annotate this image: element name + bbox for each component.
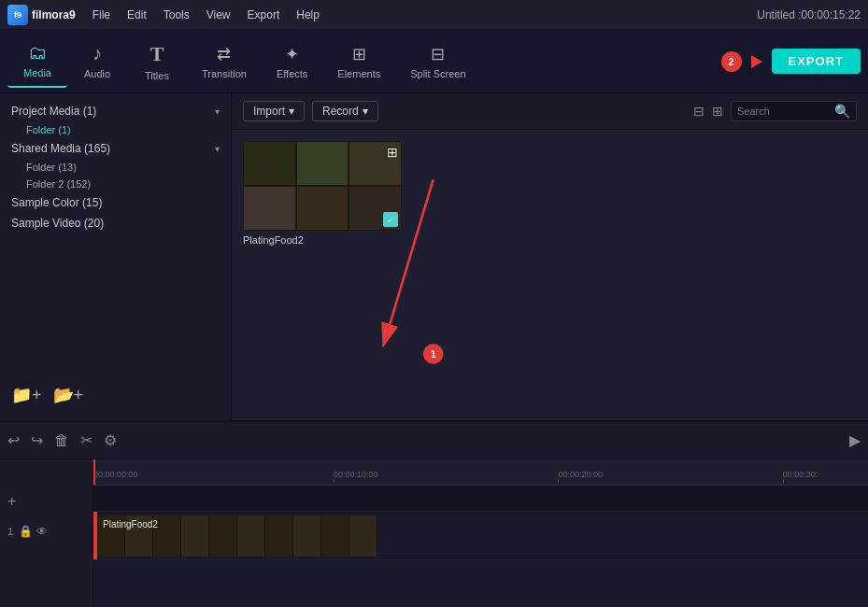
- project-media-label: Project Media (1): [11, 105, 96, 118]
- redo-button[interactable]: ↪: [31, 431, 43, 449]
- timeline-add-track: +: [0, 489, 23, 514]
- menu-edit[interactable]: Edit: [120, 5, 154, 25]
- filter-icon[interactable]: ⊟: [693, 104, 704, 119]
- export-arrow: [751, 55, 762, 68]
- audio-icon: ♪: [92, 43, 102, 64]
- media-icon: 🗂: [28, 42, 47, 64]
- logo-icon: f9: [7, 5, 28, 25]
- transition-icon: ⇄: [217, 44, 231, 64]
- media-item-platingfood2[interactable]: ⊞ ✓ PlatingFood2: [243, 141, 402, 246]
- cut-button[interactable]: ✂: [80, 431, 92, 449]
- chevron-down-icon: ▾: [215, 106, 220, 117]
- thumb-cell-2: [296, 141, 349, 186]
- tick-0: 00:00:00:00: [93, 470, 138, 479]
- playhead[interactable]: [93, 459, 95, 485]
- badge-2: 2: [721, 51, 742, 72]
- menu-tools[interactable]: Tools: [156, 5, 197, 25]
- tab-media-label: Media: [23, 67, 51, 78]
- search-input[interactable]: [737, 106, 831, 117]
- tab-effects[interactable]: ✦ Effects: [262, 35, 322, 88]
- media-thumbnail: ⊞ ✓: [243, 141, 402, 231]
- frame-4: [181, 515, 209, 557]
- sidebar-folder-13[interactable]: Folder (13): [0, 159, 231, 176]
- shared-media-label: Shared Media (165): [11, 142, 110, 155]
- frame-8: [293, 515, 321, 557]
- video-track-row: PlatingFood2: [93, 512, 868, 560]
- play-button[interactable]: ▶: [849, 431, 861, 449]
- timeline-toolbar: ↩ ↪ 🗑 ✂ ⚙ ▶: [0, 422, 868, 459]
- grid-overlay-icon: ⊞: [387, 145, 398, 160]
- timeline-ruler: 00:00:00:00 00:00:10:00 00:00:20:00 00:0…: [93, 459, 868, 486]
- sidebar-shared-media[interactable]: Shared Media (165) ▾: [0, 138, 231, 159]
- folder-2-label: Folder 2 (152): [26, 178, 91, 190]
- title-timecode: Untitled :00:00:15:22: [757, 8, 861, 21]
- menu-export[interactable]: Export: [240, 5, 288, 25]
- split-screen-icon: ⊟: [431, 44, 445, 64]
- tab-titles[interactable]: T Titles: [127, 35, 187, 88]
- track-1-controls: 1 🔒 👁: [0, 521, 92, 542]
- add-track-icon[interactable]: +: [7, 493, 16, 510]
- tl-tracks: PlatingFood2: [93, 486, 868, 607]
- frame-7: [265, 515, 293, 557]
- menu-bar: f9 filmora9 File Edit Tools View Export …: [0, 0, 868, 30]
- delete-button[interactable]: 🗑: [54, 432, 69, 449]
- tab-audio[interactable]: ♪ Audio: [67, 35, 127, 88]
- timeline-right: 00:00:00:00 00:00:10:00 00:00:20:00 00:0…: [93, 459, 868, 607]
- thumbnail-grid: [243, 141, 402, 231]
- sidebar-sample-video[interactable]: Sample Video (20): [0, 213, 231, 233]
- elements-icon: ⊞: [352, 44, 366, 64]
- new-folder-button[interactable]: 📁+: [11, 385, 42, 405]
- nav-tabs: 🗂 Media ♪ Audio T Titles ⇄ Transition ✦ …: [0, 30, 868, 93]
- tab-split-label: Split Screen: [410, 68, 465, 79]
- chevron-down-icon-2: ▾: [215, 144, 220, 154]
- timeline-area: ↩ ↪ 🗑 ✂ ⚙ ▶ + 1 🔒 👁 00:00:00:00 00:00:10…: [0, 420, 868, 607]
- record-chevron: ▾: [363, 105, 368, 118]
- tab-elements-label: Elements: [337, 68, 380, 79]
- search-icon[interactable]: 🔍: [834, 104, 850, 119]
- media-filename: PlatingFood2: [243, 234, 304, 246]
- tab-transition[interactable]: ⇄ Transition: [187, 35, 262, 88]
- eye-icon[interactable]: 👁: [36, 525, 48, 538]
- export-button[interactable]: EXPORT: [772, 49, 861, 74]
- lock-icon[interactable]: 🔒: [19, 525, 33, 538]
- export-area: 2 EXPORT: [721, 49, 861, 74]
- titles-icon: T: [150, 42, 164, 66]
- video-clip[interactable]: PlatingFood2: [97, 515, 377, 557]
- tab-transition-label: Transition: [202, 68, 247, 79]
- ruler-ticks: 00:00:00:00 00:00:10:00 00:00:20:00 00:0…: [93, 459, 868, 483]
- sidebar-folder-1[interactable]: Folder (1): [0, 121, 231, 138]
- check-badge: ✓: [383, 212, 398, 227]
- sidebar-folder-2[interactable]: Folder 2 (152): [0, 176, 231, 192]
- svg-point-2: [423, 344, 443, 363]
- sample-video-label: Sample Video (20): [11, 217, 104, 230]
- search-box: 🔍: [731, 101, 857, 121]
- main-area: Project Media (1) ▾ Folder (1) Shared Me…: [0, 93, 868, 420]
- record-button[interactable]: Record ▾: [312, 101, 378, 121]
- tab-media[interactable]: 🗂 Media: [7, 35, 67, 88]
- menu-file[interactable]: File: [85, 5, 118, 25]
- media-panel: Import ▾ Record ▾ ⊟ ⊞ 🔍: [232, 93, 868, 420]
- menu-help[interactable]: Help: [289, 5, 327, 25]
- folder-1-label: Folder (1): [26, 124, 71, 135]
- sidebar-sample-color[interactable]: Sample Color (15): [0, 192, 231, 213]
- sidebar-project-media[interactable]: Project Media (1) ▾: [0, 101, 231, 121]
- timeline-left-controls: + 1 🔒 👁: [0, 459, 93, 607]
- effects-icon: ✦: [285, 44, 299, 64]
- sidebar: Project Media (1) ▾ Folder (1) Shared Me…: [0, 93, 232, 420]
- import-folder-button[interactable]: 📂+: [53, 385, 84, 405]
- menu-view[interactable]: View: [199, 5, 238, 25]
- import-button[interactable]: Import ▾: [243, 101, 305, 121]
- tab-split-screen[interactable]: ⊟ Split Screen: [395, 35, 480, 88]
- tick-30: 00:00:30:: [783, 470, 818, 479]
- frame-10: [349, 515, 377, 557]
- tab-elements[interactable]: ⊞ Elements: [322, 35, 395, 88]
- settings-button[interactable]: ⚙: [104, 431, 117, 449]
- grid-view-icon[interactable]: ⊞: [712, 104, 723, 119]
- undo-button[interactable]: ↩: [7, 431, 20, 449]
- thumb-cell-4: [243, 186, 296, 231]
- frame-9: [321, 515, 349, 557]
- thumb-cell-1: [243, 141, 296, 186]
- app-logo: f9 filmora9: [7, 5, 76, 25]
- frame-5: [209, 515, 237, 557]
- media-toolbar: Import ▾ Record ▾ ⊟ ⊞ 🔍: [232, 93, 868, 130]
